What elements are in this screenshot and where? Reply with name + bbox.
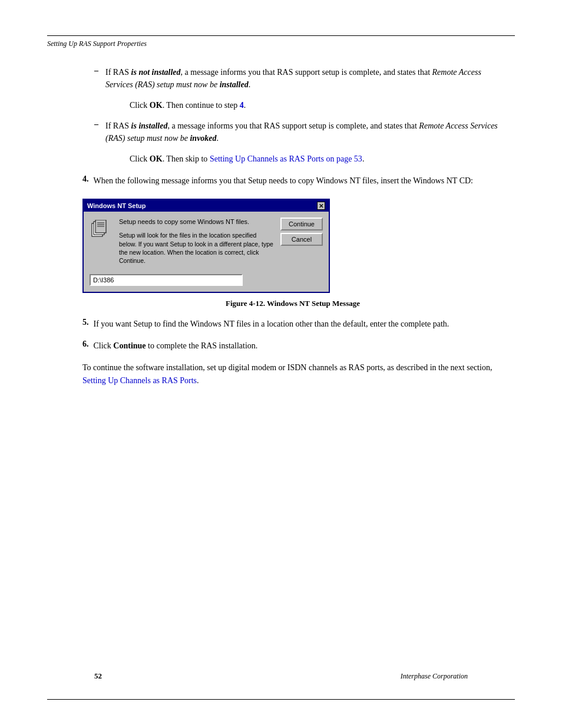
item-text-6: Click Continue to complete the RAS insta…: [94, 340, 504, 352]
ok-bold-1: OK: [150, 101, 163, 110]
page-container: Setting Up RAS Support Properties – If R…: [0, 0, 562, 728]
dialog-text-area: Setup needs to copy some Windows NT file…: [119, 218, 275, 265]
invoked-word: invoked: [190, 134, 216, 143]
bullet-section: – If RAS is not installed, a message inf…: [82, 66, 503, 165]
ok-bold-2: OK: [150, 154, 163, 163]
dialog-body: Setup needs to copy some Windows NT file…: [84, 212, 329, 271]
closing-paragraph: To continue the software installation, s…: [82, 361, 503, 388]
content-area: – If RAS is not installed, a message inf…: [82, 66, 503, 388]
company-name: Interphase Corporation: [401, 672, 468, 681]
dialog-secondary-text: Setup will look for the files in the loc…: [119, 231, 275, 265]
numbered-item-6: 6. Click Continue to complete the RAS in…: [82, 340, 503, 352]
dialog-close-button[interactable]: ✕: [317, 202, 325, 210]
numbered-item-4: 4. When the following message informs yo…: [82, 174, 503, 187]
footer-rule: [47, 699, 515, 700]
footer-content: 52 Interphase Corporation: [94, 671, 468, 681]
bullet-dash-1: –: [94, 66, 98, 75]
path-input[interactable]: [90, 274, 243, 286]
bullet-dash-2: –: [94, 120, 98, 129]
dialog-title: Windows NT Setup: [87, 202, 146, 209]
header-rule: [47, 35, 515, 36]
dialog-copy-icon: [90, 220, 108, 239]
dialog-input-row: [84, 271, 329, 292]
cancel-button[interactable]: Cancel: [280, 233, 323, 246]
bullet-item-2: – If RAS is installed, a message informs…: [94, 120, 503, 144]
click-ok-line-2: Click OK. Then skip to Setting Up Channe…: [130, 153, 503, 165]
dialog-buttons-area: Continue Cancel: [280, 218, 323, 265]
page-header-text: Setting Up RAS Support Properties: [47, 39, 147, 48]
bullet-text-1: If RAS is not installed, a message infor…: [105, 66, 503, 91]
bullet-item-1: – If RAS is not installed, a message inf…: [94, 66, 503, 91]
numbered-item-5: 5. If you want Setup to find the Windows…: [82, 318, 503, 330]
page-header: Setting Up RAS Support Properties: [47, 35, 515, 48]
bullet-text-2: If RAS is installed, a message informs y…: [105, 120, 503, 144]
page-footer: 52 Interphase Corporation: [47, 699, 515, 704]
page-number: 52: [94, 671, 102, 681]
click-ok-line-1: Click OK. Then continue to step 4.: [130, 99, 503, 111]
continue-bold: Continue: [113, 341, 146, 350]
windows-nt-setup-dialog: Windows NT Setup ✕: [82, 199, 330, 293]
continue-button[interactable]: Continue: [280, 218, 323, 230]
dialog-titlebar: Windows NT Setup ✕: [84, 200, 329, 212]
item-text-4: When the following message informs you t…: [94, 174, 504, 187]
item-number-6: 6.: [82, 340, 89, 349]
dialog-icon-area: [90, 218, 113, 265]
item-number-5: 5.: [82, 318, 89, 327]
item-number-4: 4.: [82, 174, 89, 184]
step-4-link[interactable]: 4: [240, 101, 244, 110]
setting-up-channels-link-1[interactable]: Setting Up Channels as RAS Ports on page…: [210, 154, 362, 163]
setting-up-channels-link-2[interactable]: Setting Up Channels as RAS Ports: [82, 376, 197, 385]
ras-not-installed-emphasis: is not installed: [131, 68, 181, 77]
item-text-5: If you want Setup to find the Windows NT…: [94, 318, 504, 330]
dialog-main-text: Setup needs to copy some Windows NT file…: [119, 218, 275, 226]
installed-word: installed: [220, 80, 249, 89]
figure-caption: Figure 4-12. Windows NT Setup Message: [82, 299, 503, 308]
ras-is-installed-emphasis: is installed: [131, 121, 168, 130]
